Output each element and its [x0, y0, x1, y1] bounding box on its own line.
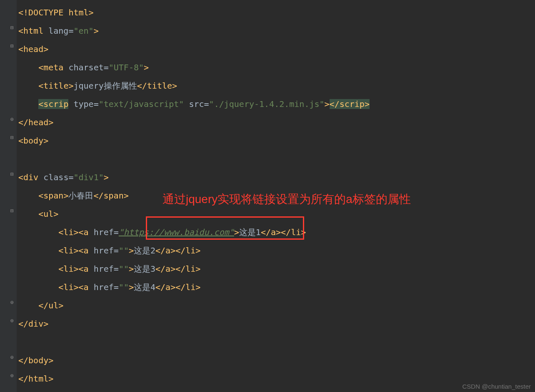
- code-line: <div class="div1">: [18, 168, 535, 186]
- fold-icon[interactable]: ⊟: [9, 171, 15, 177]
- code-line: </html>: [18, 370, 535, 388]
- fold-icon[interactable]: ⊖: [9, 373, 15, 379]
- code-line: <scrip type="text/javascript" src="./jqu…: [18, 95, 535, 113]
- fold-icon[interactable]: ⊖: [9, 300, 15, 305]
- code-line: <meta charset="UTF-8">: [18, 58, 535, 77]
- fold-icon[interactable]: ⊖: [9, 318, 15, 324]
- code-line: <title>jquery操作属性</title>: [18, 77, 535, 95]
- watermark: CSDN @chuntian_tester: [462, 383, 531, 390]
- annotation-text: 通过jquery实现将链接设置为所有的a标签的属性: [162, 194, 411, 205]
- code-line: [18, 333, 535, 351]
- code-line: <html lang="en">: [18, 22, 535, 40]
- code-line: <head>: [18, 40, 535, 58]
- fold-icon[interactable]: ⊟: [9, 135, 15, 141]
- annotation-box: [146, 216, 304, 240]
- code-line: </div>: [18, 315, 535, 333]
- code-line: <li><a href="">这是4</a></li>: [18, 278, 535, 296]
- gutter: ⊟ ⊟ ⊖ ⊟ ⊟ ⊟ ⊖ ⊖ ⊖ ⊖: [0, 0, 17, 392]
- code-line: <!DOCTYPE html>: [18, 3, 535, 22]
- doctype: <!DOCTYPE html>: [18, 7, 94, 17]
- code-line: <body>: [18, 131, 535, 150]
- code-line: </ul>: [18, 296, 535, 315]
- error-tag: <scrip: [38, 99, 68, 109]
- code-line: <li><a href="">这是2</a></li>: [18, 241, 535, 260]
- fold-icon[interactable]: ⊟: [9, 25, 15, 31]
- fold-icon[interactable]: ⊟: [9, 208, 15, 214]
- fold-icon[interactable]: ⊖: [9, 355, 15, 360]
- fold-icon[interactable]: ⊟: [9, 43, 15, 49]
- error-tag: </scrip>: [330, 99, 370, 109]
- code-line: [18, 150, 535, 168]
- code-line: </head>: [18, 113, 535, 131]
- code-line: </body>: [18, 351, 535, 370]
- code-line: <li><a href="">这是3</a></li>: [18, 260, 535, 278]
- fold-icon[interactable]: ⊖: [9, 117, 15, 122]
